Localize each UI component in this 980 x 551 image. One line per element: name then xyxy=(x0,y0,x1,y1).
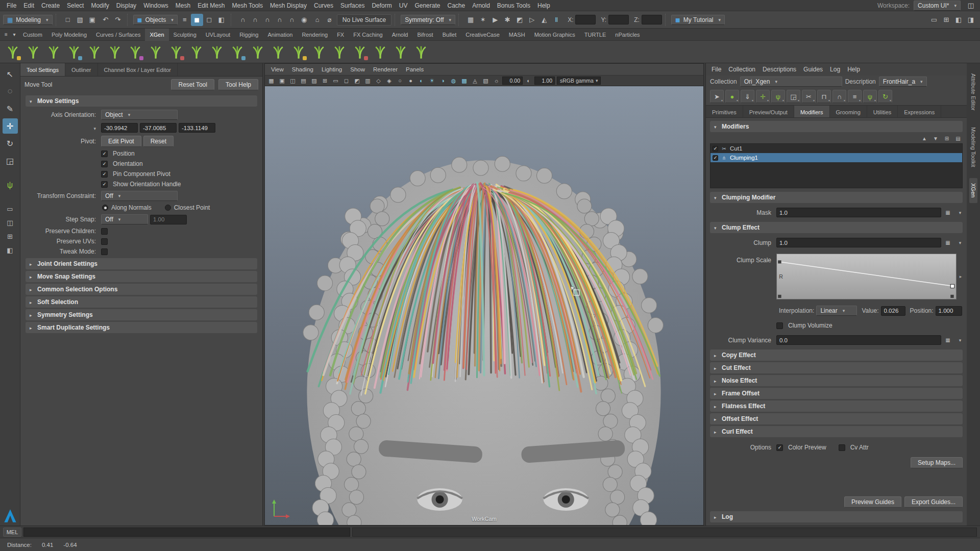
modifier-move-down-icon[interactable]: ▼ xyxy=(931,134,940,142)
open-scene-icon[interactable]: ▧ xyxy=(74,14,86,26)
make-live-icon[interactable]: ◉ xyxy=(298,14,310,26)
shadows-icon[interactable]: ◑ xyxy=(438,76,448,85)
collapsed-section-header[interactable]: Symmetry Settings xyxy=(26,309,257,320)
move-settings-header[interactable]: Move Settings xyxy=(26,95,257,107)
preserve-checkbox[interactable] xyxy=(101,238,108,245)
xgen-add-guide-icon[interactable]: ✛ xyxy=(756,90,770,103)
constraint-radio[interactable]: Closest Point xyxy=(165,204,210,211)
render-sequence-icon[interactable]: ▷ xyxy=(526,14,538,26)
collapsed-section-header[interactable]: Smart Duplicate Settings xyxy=(26,322,257,333)
menu-item[interactable]: Bonus Tools xyxy=(494,2,534,9)
ramp-expand-icon[interactable]: ▸ xyxy=(958,274,964,279)
shelf-tab[interactable]: UVLayout xyxy=(201,29,235,41)
mask-menu-icon[interactable] xyxy=(954,209,964,217)
clumping-modifier-header[interactable]: Clumping Modifier xyxy=(710,192,963,203)
xgen-lock-length-icon[interactable]: ⊓ xyxy=(817,90,831,103)
effect-section-header[interactable]: Offset Effect xyxy=(710,413,963,424)
isolate-select-icon[interactable]: ◬ xyxy=(470,76,480,85)
command-feedback-field[interactable] xyxy=(352,528,977,537)
xgen-guides-toggle-icon[interactable] xyxy=(411,42,431,62)
effect-section-header[interactable]: Flatness Effect xyxy=(710,400,963,412)
xgen-clump-brush-icon[interactable] xyxy=(187,42,206,62)
xgen-density-brush-icon[interactable] xyxy=(44,42,63,62)
xgen-tab[interactable]: Modifiers xyxy=(794,106,830,117)
xgen-tab[interactable]: Utilities xyxy=(867,106,898,117)
camera-attributes-icon[interactable]: ◫ xyxy=(288,76,298,85)
safe-title-icon[interactable]: ◈ xyxy=(384,76,394,85)
menu-item[interactable]: Help xyxy=(534,2,554,9)
workspace-single-pane-icon[interactable]: ▭ xyxy=(928,14,940,26)
shelf-tab[interactable]: Sculpting xyxy=(169,29,201,41)
xgen-select-tool-icon[interactable]: ➤ xyxy=(710,90,724,103)
xgen-cut-brush-icon[interactable] xyxy=(166,42,186,62)
xgen-menu-item[interactable]: File xyxy=(708,66,725,73)
viewport-menu-item[interactable]: Shading xyxy=(288,66,317,72)
shelf-menu-icon[interactable]: ≡ xyxy=(2,31,10,39)
menu-item[interactable]: Mesh Display xyxy=(266,2,310,9)
x-input[interactable] xyxy=(575,15,596,24)
menu-item[interactable]: Cache xyxy=(444,2,469,9)
translate-y-input[interactable] xyxy=(140,123,177,133)
xgen-menu-item[interactable]: Guides xyxy=(800,66,826,73)
tutorial-selector[interactable]: ◼ My Tutorial xyxy=(671,15,725,25)
menu-item[interactable]: Surfaces xyxy=(337,2,368,9)
paint-select-tool-icon[interactable]: ✎ xyxy=(3,101,18,116)
log-section-header[interactable]: Log xyxy=(710,511,963,522)
modifier-enable-checkbox[interactable] xyxy=(713,155,718,161)
xgen-edit-description-icon[interactable] xyxy=(23,42,43,62)
snap-grid-icon[interactable]: ∩ xyxy=(237,14,249,26)
xgen-smooth-brush-icon[interactable] xyxy=(126,42,145,62)
xgen-cut-tool-icon[interactable]: ✂ xyxy=(802,90,816,103)
color-preview-checkbox[interactable] xyxy=(776,444,783,451)
exposure-field[interactable]: 0.00 xyxy=(502,77,523,85)
shelf-tab[interactable]: nParticles xyxy=(610,29,644,41)
workspace-four-pane-icon[interactable]: ⊞ xyxy=(940,14,952,26)
modifiers-section-header[interactable]: Modifiers xyxy=(710,121,963,132)
xgen-freeze-brush-icon[interactable] xyxy=(228,42,247,62)
rotate-tool-icon[interactable]: ↻ xyxy=(3,136,18,151)
interpolation-selector[interactable]: Linear xyxy=(816,306,857,316)
menu-item[interactable]: Generate xyxy=(411,2,444,9)
xgen-menu-item[interactable]: Collection xyxy=(725,66,759,73)
field-chart-icon[interactable]: ▥ xyxy=(363,76,373,85)
resolution-gate-icon[interactable]: ◻ xyxy=(341,76,351,85)
tool-help-button[interactable]: Tool Help xyxy=(218,79,258,90)
menu-item[interactable]: Curves xyxy=(310,2,337,9)
clump-volumize-checkbox[interactable] xyxy=(776,322,783,329)
viewport-menu-item[interactable]: Panels xyxy=(402,66,428,72)
z-input[interactable] xyxy=(642,15,662,24)
pivot-checkbox[interactable] xyxy=(101,161,108,167)
menu-item[interactable]: Select xyxy=(63,2,87,9)
select-camera-icon[interactable]: ▦ xyxy=(266,76,276,85)
shelf-tab[interactable]: FX Caching xyxy=(349,29,387,41)
safe-action-icon[interactable]: ◇ xyxy=(374,76,383,85)
shelf-tab[interactable]: Curves / Surfaces xyxy=(91,29,145,41)
axis-orientation-selector[interactable]: Object xyxy=(101,110,178,120)
ramp-value-input[interactable] xyxy=(881,306,905,316)
effect-section-header[interactable]: Cut Effect xyxy=(710,362,963,373)
modifier-browse-icon[interactable]: ▤ xyxy=(953,134,963,142)
xgen-menu-item[interactable]: Help xyxy=(844,66,864,73)
xgen-scale-tool-icon[interactable]: ◲ xyxy=(787,90,800,103)
constraint-radio[interactable]: Along Normals xyxy=(102,204,152,211)
viewport-menu-item[interactable]: Show xyxy=(346,66,369,72)
gamma-icon[interactable]: ◐ xyxy=(524,76,533,85)
step-snap-selector[interactable]: Off xyxy=(101,214,148,224)
ipr-render-icon[interactable]: ▶ xyxy=(489,14,501,26)
pause-viewport-icon[interactable]: Ⅱ xyxy=(550,14,562,26)
xgen-part-brush-icon[interactable] xyxy=(207,42,227,62)
pivot-checkbox[interactable] xyxy=(101,151,108,157)
shelf-tab[interactable]: FX xyxy=(332,29,349,41)
ambient-occlusion-icon[interactable]: ◍ xyxy=(449,76,458,85)
current-tool-icon[interactable]: ψ xyxy=(3,178,18,193)
snap-projected-center-icon[interactable]: ∩ xyxy=(274,14,286,26)
workspace-right-pane-icon[interactable]: ◨ xyxy=(965,14,977,26)
step-snap-value-input[interactable] xyxy=(150,215,187,224)
menu-item[interactable]: Display xyxy=(113,2,140,9)
clump-scale-ramp[interactable]: R xyxy=(776,254,957,299)
y-input[interactable] xyxy=(608,15,629,24)
side-dock-tab[interactable]: XGen xyxy=(969,178,977,203)
preserve-checkbox[interactable] xyxy=(101,248,108,255)
lasso-tool-icon[interactable]: ◌ xyxy=(3,84,18,99)
side-dock-tab[interactable]: Attribute Editor xyxy=(969,68,977,116)
